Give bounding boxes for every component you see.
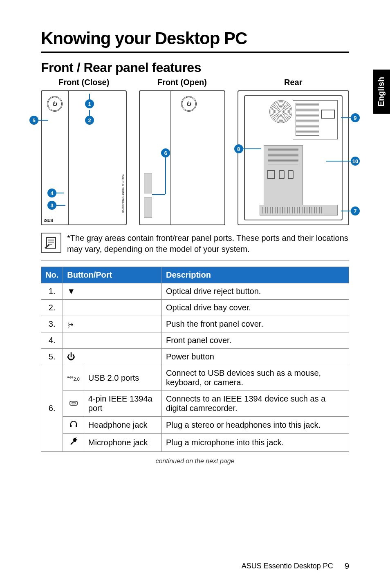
table-row: 5. ⏻ Power button xyxy=(41,349,349,365)
svg-rect-5 xyxy=(70,401,77,405)
callout-8: 8 xyxy=(234,144,243,153)
cell-desc: Plug a stereo or headphones into this ja… xyxy=(162,417,349,434)
blank-icon xyxy=(63,332,162,349)
callout-6: 6 xyxy=(161,148,170,157)
table-row: Microphone jack Plug a microphone into t… xyxy=(41,434,349,452)
svg-point-9 xyxy=(73,438,76,442)
power-button-open-icon: ⏻ xyxy=(181,96,197,112)
cell-desc: Connect to USB devices such as a mouse, … xyxy=(162,365,349,391)
front-io-gray-2 xyxy=(144,197,152,218)
cell-no: 5. xyxy=(41,349,63,365)
eject-icon: ▼ xyxy=(63,283,162,300)
table-row: 3. PUSH Push the front panel cover. xyxy=(41,316,349,332)
svg-rect-6 xyxy=(72,402,75,404)
cell-desc: Push the front panel cover. xyxy=(162,316,349,332)
section-title: Front / Rear panel features xyxy=(41,60,349,75)
cell-port-name: Microphone jack xyxy=(84,434,161,452)
callout-2: 2 xyxy=(85,116,94,125)
svg-text:PUSH: PUSH xyxy=(67,322,70,328)
cell-desc: Power button xyxy=(162,349,349,365)
push-label: PUSH THE FRONT PANEL COVER xyxy=(122,174,124,213)
th-button-port: Button/Port xyxy=(63,267,162,283)
svg-rect-7 xyxy=(70,425,72,427)
power-icon: ⏻ xyxy=(63,349,162,365)
ports-table: No. Button/Port Description 1. ▼ Optical… xyxy=(41,267,349,452)
table-row: 1. ▼ Optical drive reject button. xyxy=(41,283,349,300)
note-text: *The gray areas contain front/rear panel… xyxy=(67,233,349,255)
th-description: Description xyxy=(162,267,349,283)
diagram-row: Front (Close) ⏻ 5 4 3 /SUS 1 2 xyxy=(41,78,349,225)
page-footer: ASUS Essentio Desktop PC 9 xyxy=(242,561,349,571)
usb-icon: •⇔2.0 xyxy=(63,365,84,391)
callout-10: 10 xyxy=(351,157,360,166)
rear-io-gray xyxy=(264,145,303,215)
cell-no: 4. xyxy=(41,332,63,349)
cell-port-name: 4-pin IEEE 1394a port xyxy=(84,391,161,417)
cell-no: 6. xyxy=(41,365,63,452)
note-row: *The gray areas contain front/rear panel… xyxy=(41,233,349,261)
cell-desc: Plug a microphone into this jack. xyxy=(162,434,349,452)
diagram-front-open: Front (Open) ⏻ 6 xyxy=(139,78,225,225)
chassis-rear: 8 9 10 7 xyxy=(238,90,349,225)
diagram-label-rear: Rear xyxy=(238,78,349,87)
chassis-front-open: ⏻ 6 xyxy=(139,90,225,225)
svg-rect-8 xyxy=(76,425,77,427)
svg-rect-0 xyxy=(47,238,56,248)
cell-no: 1. xyxy=(41,283,63,300)
footer-title: ASUS Essentio Desktop PC xyxy=(242,562,333,570)
diagram-label-front-open: Front (Open) xyxy=(139,78,225,87)
front-io-gray-1 xyxy=(144,173,152,193)
cell-port-name: USB 2.0 ports xyxy=(84,365,161,391)
ieee1394-icon xyxy=(63,391,84,417)
table-row: Headphone jack Plug a stereo or headphon… xyxy=(41,417,349,434)
cell-no: 2. xyxy=(41,300,63,316)
callout-4: 4 xyxy=(47,189,56,197)
table-row: 4-pin IEEE 1394a port Connects to an IEE… xyxy=(41,391,349,417)
diagram-label-front-close: Front (Close) xyxy=(41,78,127,87)
asus-logo: /SUS xyxy=(44,218,53,223)
page-number: 9 xyxy=(345,561,349,571)
chassis-front-close: ⏻ 5 4 3 /SUS 1 2 PUSH THE FRONT PANEL CO… xyxy=(41,90,127,225)
callout-7: 7 xyxy=(351,206,360,215)
page-title: Knowing your Desktop PC xyxy=(41,29,349,53)
rear-psu xyxy=(293,100,338,139)
rear-vent-icon xyxy=(269,100,292,123)
cell-desc: Optical drive bay cover. xyxy=(162,300,349,316)
push-icon: PUSH xyxy=(63,316,162,332)
callout-3: 3 xyxy=(47,201,56,210)
rear-expansion-gray xyxy=(260,205,338,215)
blank-icon xyxy=(63,300,162,316)
diagram-rear: Rear xyxy=(238,78,349,225)
headphone-icon xyxy=(63,417,84,434)
th-no: No. xyxy=(41,267,63,283)
cell-desc: Front panel cover. xyxy=(162,332,349,349)
microphone-icon xyxy=(63,434,84,452)
cell-desc: Connects to an IEEE 1394 device such as … xyxy=(162,391,349,417)
table-row: 4. Front panel cover. xyxy=(41,332,349,349)
callout-1: 1 xyxy=(85,99,94,108)
power-button-icon: ⏻ xyxy=(47,96,63,112)
cell-no: 3. xyxy=(41,316,63,332)
cell-port-name: Headphone jack xyxy=(84,417,161,434)
cell-desc: Optical drive reject button. xyxy=(162,283,349,300)
continued-note: continued on the next page xyxy=(41,458,349,465)
note-icon xyxy=(41,233,61,253)
table-row: 2. Optical drive bay cover. xyxy=(41,300,349,316)
table-row: 6. •⇔2.0 USB 2.0 ports Connect to USB de… xyxy=(41,365,349,391)
callout-9: 9 xyxy=(351,113,360,122)
callout-5: 5 xyxy=(29,116,38,125)
diagram-front-close: Front (Close) ⏻ 5 4 3 /SUS 1 2 xyxy=(41,78,127,225)
